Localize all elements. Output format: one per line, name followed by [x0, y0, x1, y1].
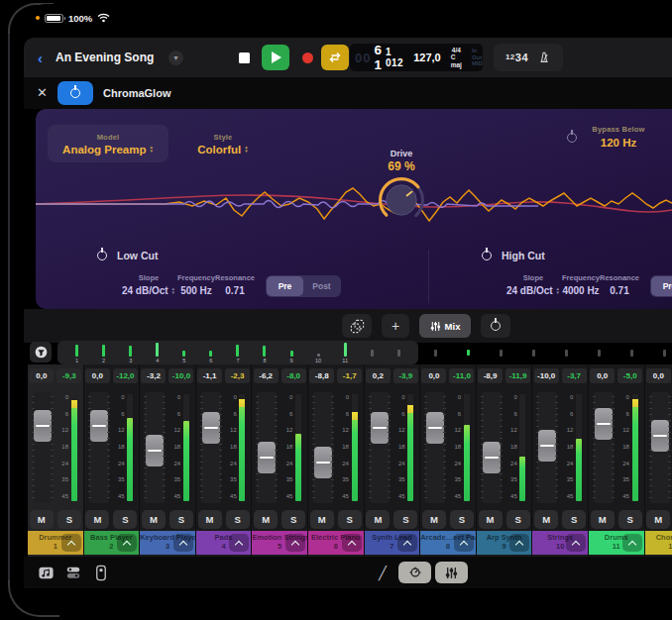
volume-value[interactable]: -10,0 — [534, 368, 559, 383]
peak-value[interactable]: -9,3 — [56, 368, 81, 383]
fader-track[interactable] — [201, 392, 221, 503]
track-name-tag[interactable]: Pads 4 — [196, 531, 252, 555]
collapse-stack-button[interactable] — [454, 534, 474, 552]
fader-track[interactable] — [370, 392, 390, 503]
collapse-stack-button[interactable] — [61, 534, 81, 552]
fader-handle[interactable] — [651, 420, 669, 452]
collapse-stack-button[interactable] — [342, 534, 362, 552]
overview-meter[interactable] — [367, 342, 377, 363]
close-icon[interactable]: ✕ — [37, 85, 48, 100]
mute-button[interactable]: M — [591, 510, 615, 529]
peak-value[interactable]: -5,0 — [617, 368, 642, 383]
mute-button[interactable]: M — [30, 510, 54, 529]
mute-button[interactable]: M — [85, 510, 109, 529]
volume-value[interactable]: 0,0 — [646, 368, 671, 383]
solo-button[interactable]: S — [393, 510, 417, 529]
solo-button[interactable]: S — [57, 510, 81, 529]
track-name-tag[interactable]: Keyboard Player 3 — [140, 531, 195, 555]
solo-button[interactable]: S — [338, 510, 362, 529]
fader-handle[interactable] — [258, 442, 276, 473]
lcd-display[interactable]: 00 6 1 1 012 127,0 4/4 C maj In Out MIDI — [350, 44, 483, 71]
volume-value[interactable]: -1,1 — [197, 368, 222, 383]
song-menu-chevron-icon[interactable]: ▼ — [168, 51, 183, 65]
collapse-stack-button[interactable] — [117, 534, 137, 552]
overview-meter[interactable]: 11 — [340, 342, 350, 363]
fader-track[interactable] — [257, 392, 277, 503]
high-cut-resonance[interactable]: Resonance 0.71 — [597, 273, 642, 296]
plugin-power-button[interactable] — [57, 81, 93, 105]
fader-track[interactable] — [482, 392, 502, 503]
mix-view-button[interactable]: Mix — [419, 314, 471, 338]
overview-meter[interactable]: 8 — [260, 342, 270, 363]
low-cut-resonance[interactable]: Resonance 0.71 — [212, 273, 258, 296]
play-button[interactable] — [262, 45, 289, 70]
channel-strip-button[interactable] — [91, 563, 111, 582]
track-name-tag[interactable]: Chorus V 12 — [645, 531, 672, 555]
overview-meter[interactable]: 9 — [286, 342, 296, 363]
solo-button[interactable]: S — [450, 510, 474, 529]
mute-button[interactable]: M — [254, 510, 278, 529]
peak-value[interactable]: -12,0 — [113, 368, 138, 383]
filter-tracks-button[interactable] — [30, 342, 52, 362]
overview-meter[interactable]: 4 — [153, 342, 163, 363]
volume-value[interactable]: 0,0 — [29, 368, 54, 383]
volume-value[interactable]: -8,9 — [478, 368, 503, 383]
solo-button[interactable]: S — [169, 510, 193, 529]
overview-meter[interactable]: 6 — [206, 342, 216, 363]
solo-button[interactable]: S — [226, 510, 250, 529]
low-cut-power-icon[interactable] — [97, 251, 107, 260]
fader-track[interactable] — [33, 392, 53, 503]
collapse-stack-button[interactable] — [285, 534, 305, 552]
collapse-stack-button[interactable] — [622, 534, 642, 552]
volume-value[interactable]: 0,0 — [590, 368, 615, 383]
overview-meter[interactable]: 5 — [179, 342, 189, 363]
overview-meter[interactable] — [630, 350, 633, 357]
collapse-stack-button[interactable] — [566, 534, 586, 552]
post-button[interactable]: Post — [303, 276, 340, 296]
mute-button[interactable]: M — [198, 510, 222, 529]
fader-handle[interactable] — [146, 435, 164, 466]
volume-value[interactable]: -3,2 — [141, 368, 166, 383]
stop-button[interactable] — [230, 45, 258, 70]
fader-handle[interactable] — [426, 412, 444, 444]
fader-handle[interactable] — [34, 410, 52, 442]
mute-button[interactable]: M — [142, 510, 166, 529]
level-control[interactable]: Level 0.0 — [660, 125, 672, 149]
overview-meter[interactable] — [393, 342, 403, 363]
overview-meter[interactable] — [467, 350, 470, 356]
solo-button[interactable]: S — [281, 510, 305, 529]
mute-button[interactable]: M — [534, 510, 558, 529]
overview-meter[interactable]: 1 — [72, 342, 82, 363]
collapse-stack-button[interactable] — [229, 534, 249, 552]
mute-button[interactable]: M — [366, 510, 390, 529]
peak-value[interactable]: -3,7 — [562, 368, 587, 383]
style-select[interactable]: Style Colorful▲▼ — [186, 125, 260, 162]
overview-meter[interactable] — [663, 350, 666, 357]
peak-value[interactable]: -3,9 — [393, 368, 418, 383]
fader-handle[interactable] — [90, 410, 108, 442]
solo-button[interactable]: S — [113, 510, 137, 529]
fader-track[interactable] — [537, 392, 557, 503]
overview-meter[interactable]: 3 — [126, 342, 136, 363]
overview-meter[interactable] — [565, 350, 568, 357]
mute-button[interactable]: M — [422, 510, 446, 529]
pre-button[interactable]: Pre — [651, 276, 672, 296]
overview-meter[interactable] — [434, 350, 437, 357]
collapse-stack-button[interactable] — [397, 534, 417, 552]
fader-track[interactable] — [594, 392, 614, 503]
record-button[interactable] — [293, 45, 321, 70]
fader-handle[interactable] — [202, 412, 220, 444]
fader-track[interactable] — [650, 392, 670, 503]
peak-value[interactable]: -8,0 — [281, 368, 306, 383]
fader-handle[interactable] — [595, 408, 613, 440]
bypass-below-control[interactable]: Bypass Below 120 Hz — [583, 125, 654, 149]
peak-value[interactable]: -11,9 — [505, 368, 530, 383]
overview-meter[interactable]: 10 — [313, 342, 323, 363]
bypass-power-icon[interactable] — [567, 133, 577, 143]
fader-handle[interactable] — [538, 430, 556, 462]
mute-button[interactable]: M — [479, 510, 503, 529]
track-name-tag[interactable]: Bass Player 2 — [84, 531, 140, 555]
song-title[interactable]: An Evening Song — [56, 51, 154, 64]
overview-meter[interactable] — [598, 350, 601, 357]
add-track-button[interactable]: + — [382, 314, 409, 338]
